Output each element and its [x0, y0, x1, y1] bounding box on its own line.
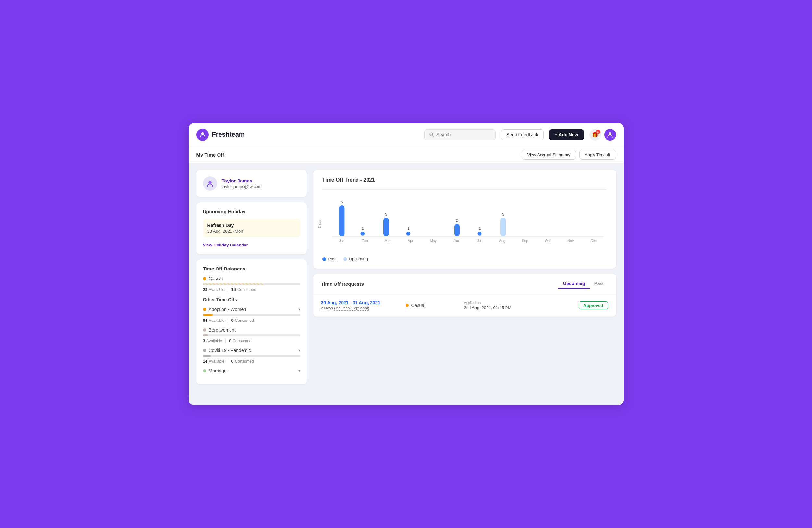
bereavement-bar — [203, 334, 300, 337]
avatar — [203, 176, 217, 190]
svg-text:May: May — [430, 239, 437, 243]
svg-text:5: 5 — [340, 200, 343, 204]
covid-label: Covid 19 - Pandemic — [209, 348, 251, 353]
covid-dot — [203, 349, 206, 352]
svg-text:2: 2 — [456, 218, 458, 223]
trend-card: Time Off Trend - 2021 Days 5 1 — [313, 170, 616, 269]
chart-legend: Past Upcoming — [322, 257, 607, 261]
svg-point-3 — [208, 181, 212, 184]
sub-header-actions: View Accrual Summary Apply Timeoff — [522, 150, 616, 160]
trend-divider — [322, 189, 607, 190]
svg-text:Dec: Dec — [590, 239, 597, 243]
logo-icon — [197, 129, 209, 141]
svg-rect-13 — [454, 224, 460, 237]
trend-title: Time Off Trend - 2021 — [322, 177, 607, 183]
covid-bar — [203, 355, 300, 357]
send-feedback-button[interactable]: Send Feedback — [501, 129, 544, 140]
user-avatar-icon — [607, 132, 613, 138]
casual-consumed-lbl: Consumed — [237, 287, 256, 292]
requests-header: Time Off Requests Upcoming Past — [313, 274, 616, 294]
tab-upcoming[interactable]: Upcoming — [559, 279, 590, 289]
search-bar[interactable] — [424, 129, 496, 140]
type-label: Casual — [411, 303, 426, 308]
table-row: 30 Aug, 2021 - 31 Aug, 2021 2 Days (incl… — [313, 294, 616, 317]
covid-item: Covid 19 - Pandemic ▾ 14 Available 0 Con… — [203, 348, 300, 364]
svg-text:Apr: Apr — [408, 239, 413, 243]
casual-consumed-val: 14 — [231, 287, 236, 292]
marriage-chevron-icon[interactable]: ▾ — [299, 369, 300, 373]
search-input[interactable] — [436, 132, 491, 137]
user-card: Taylor James taylor.james@fw.com — [197, 170, 307, 197]
main-content: Taylor James taylor.james@fw.com Upcomin… — [189, 163, 624, 405]
adoption-bar — [203, 314, 300, 316]
adoption-stats: 84 Available 0 Consumed — [203, 318, 300, 323]
stats-divider — [228, 287, 228, 292]
marriage-dot — [203, 369, 206, 372]
status-badge: Approved — [579, 301, 608, 310]
other-timeoffs-subtitle: Other Time Offs — [203, 297, 300, 302]
header-icons: 🎁 1 — [589, 129, 616, 141]
adoption-header: Adoption - Women ▾ — [203, 307, 300, 312]
chart-y-label: Days — [317, 220, 321, 228]
casual-label: Casual — [209, 276, 223, 281]
legend-upcoming: Upcoming — [343, 257, 368, 261]
adoption-label: Adoption - Women — [209, 307, 246, 312]
svg-text:Feb: Feb — [362, 239, 367, 243]
svg-text:3: 3 — [502, 212, 504, 216]
requests-title: Time Off Requests — [321, 281, 559, 287]
optional-text: (includes 1 optional) — [334, 306, 369, 311]
tab-past[interactable]: Past — [590, 279, 608, 289]
balances-title: Time Off Balances — [203, 266, 300, 271]
svg-text:3: 3 — [385, 212, 387, 216]
svg-text:1: 1 — [361, 226, 364, 230]
adoption-dot — [203, 308, 206, 311]
casual-available-val: 23 — [203, 287, 207, 292]
svg-text:Nov: Nov — [567, 239, 574, 243]
casual-label-row: Casual — [203, 276, 300, 281]
user-info: Taylor James taylor.james@fw.com — [222, 178, 262, 189]
adoption-label-row: Adoption - Women — [203, 307, 246, 312]
bereavement-dot — [203, 328, 206, 331]
svg-text:1: 1 — [407, 226, 409, 230]
applied-on-label: Applied on — [464, 301, 572, 304]
bereavement-item: Bereavement 3 Available 0 Consumed — [203, 327, 300, 343]
trend-chart-svg: 5 1 3 1 2 — [322, 195, 607, 247]
applied-on-value: 2nd Aug, 2021, 01:45 PM — [464, 305, 572, 310]
svg-rect-17 — [500, 217, 506, 237]
svg-text:Jul: Jul — [477, 239, 481, 243]
svg-text:Jan: Jan — [339, 239, 345, 243]
search-icon — [429, 132, 434, 137]
upcoming-holiday-card: Upcoming Holiday Refresh Day 30 Aug, 202… — [197, 202, 307, 254]
casual-available-lbl: Available — [209, 287, 224, 292]
svg-text:Mar: Mar — [385, 239, 391, 243]
adoption-chevron-icon[interactable]: ▾ — [299, 307, 300, 312]
upcoming-legend-label: Upcoming — [349, 257, 368, 261]
logo-text: Freshteam — [212, 131, 245, 138]
sub-header: My Time Off View Accrual Summary Apply T… — [189, 146, 624, 163]
svg-point-2 — [609, 132, 611, 135]
svg-point-11 — [406, 231, 410, 236]
covid-stats: 14 Available 0 Consumed — [203, 359, 300, 364]
marriage-item: Marriage ▾ — [203, 368, 300, 373]
add-new-button[interactable]: + Add New — [549, 129, 584, 140]
notification-button[interactable]: 🎁 1 — [589, 129, 601, 141]
chart-area: Days 5 1 3 — [322, 195, 607, 253]
view-holiday-calendar-link[interactable]: View Holiday Calendar — [203, 243, 248, 247]
legend-past: Past — [322, 257, 337, 261]
holiday-info-box: Refresh Day 30 Aug, 2021 (Mon) — [203, 219, 300, 237]
main-header: Freshteam Send Feedback + Add New 🎁 1 — [189, 123, 624, 146]
casual-balance: Casual 23 Available 14 Consumed — [203, 276, 300, 292]
covid-chevron-icon[interactable]: ▾ — [299, 348, 300, 353]
user-avatar-button[interactable] — [604, 129, 616, 141]
apply-timeoff-button[interactable]: Apply Timeoff — [579, 150, 616, 160]
right-panel: Time Off Trend - 2021 Days 5 1 — [313, 170, 616, 398]
view-accrual-summary-button[interactable]: View Accrual Summary — [522, 150, 576, 160]
svg-point-15 — [477, 231, 481, 236]
requests-tabs: Upcoming Past — [559, 279, 608, 289]
request-dates: 30 Aug, 2021 - 31 Aug, 2021 2 Days (incl… — [321, 300, 399, 311]
logo-area: Freshteam — [197, 129, 245, 141]
user-name: Taylor James — [222, 178, 262, 184]
svg-rect-9 — [383, 217, 389, 237]
request-date-range: 30 Aug, 2021 - 31 Aug, 2021 — [321, 300, 399, 305]
svg-text:Oct: Oct — [545, 239, 551, 243]
